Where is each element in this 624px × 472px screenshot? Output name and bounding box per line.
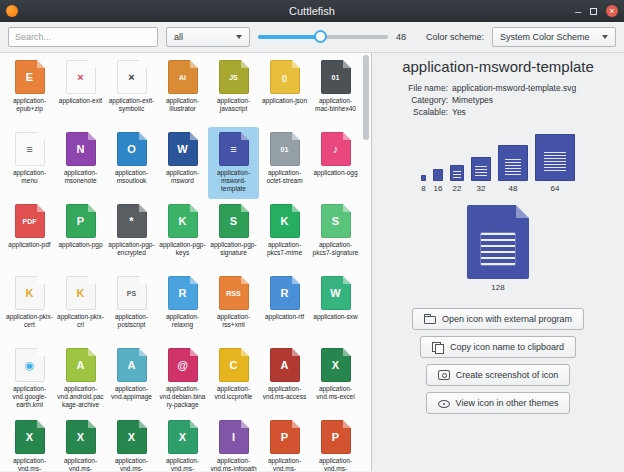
icon-label: application-pkcs7-signature [312, 241, 359, 257]
icon-cell[interactable]: JSapplication-javascript [208, 55, 259, 127]
file-type-icon: X [117, 420, 147, 454]
icon-cell[interactable]: Sapplication-pkcs7-signature [310, 199, 361, 271]
icon-cell[interactable]: Xapplication-vnd.ms-excel.addin.m [4, 415, 55, 471]
icon-cell[interactable]: ♪application-ogg [310, 127, 361, 199]
icon-cell[interactable]: Xapplication-vnd.ms-excel.sheet.m [106, 415, 157, 471]
file-type-glyph: K [179, 216, 187, 227]
icon-label: application-octet-stream [261, 169, 308, 185]
size-preview-item: 16 [433, 169, 443, 193]
icon-label: application-vnd.iccprofile [210, 385, 257, 401]
file-type-icon: @ [168, 348, 198, 382]
icon-cell[interactable]: Aiapplication-illustrator [157, 55, 208, 127]
color-scheme-dropdown[interactable]: System Color Scheme [492, 27, 616, 47]
file-type-glyph: X [26, 432, 33, 443]
copy-name-button[interactable]: Copy icon name to clipboard [420, 336, 576, 358]
icon-label: application-vnd.debian.binary-package [159, 385, 206, 409]
size-preview-item: 8 [421, 175, 426, 193]
icon-cell[interactable]: Papplication-vnd.ms-powerpoint.a [310, 415, 361, 471]
file-type-glyph: P [77, 216, 84, 227]
icon-cell[interactable]: Sapplication-pgp-signature [208, 199, 259, 271]
file-type-icon: A [66, 348, 96, 382]
icon-size-slider[interactable] [258, 27, 388, 47]
large-preview-size-label: 128 [491, 283, 504, 292]
icon-cell[interactable]: PDFapplication-pdf [4, 199, 55, 271]
icon-cell[interactable]: Xapplication-vnd.ms-excel [310, 343, 361, 415]
icon-label: application-pkix-cert [6, 313, 53, 329]
icon-cell[interactable]: Iapplication-vnd.ms-infopath [208, 415, 259, 471]
icon-cell[interactable]: ×application-exit-symbolic [106, 55, 157, 127]
icon-cell[interactable]: Kapplication-pkix-crl [55, 271, 106, 343]
file-type-icon: K [270, 204, 300, 238]
open-icon [424, 316, 436, 324]
icon-cell[interactable]: Wapplication-sxw [310, 271, 361, 343]
icon-cell[interactable]: Aapplication-vnd.android.package-archive [55, 343, 106, 415]
icon-cell[interactable]: *application-pgp-encrypted [106, 199, 157, 271]
size-preview-icon [471, 157, 491, 181]
icon-cell[interactable]: Wapplication-msword [157, 127, 208, 199]
file-type-icon: X [15, 420, 45, 454]
icon-cell[interactable]: ≡application-msword-template [208, 127, 259, 199]
file-type-glyph: A [281, 360, 289, 371]
category-dropdown[interactable]: all [166, 27, 250, 47]
button-label: View icon in other themes [456, 398, 559, 408]
icon-cell[interactable]: ≡application-menu [4, 127, 55, 199]
file-type-icon: C [219, 348, 249, 382]
icon-cell[interactable]: 01application-octet-stream [259, 127, 310, 199]
close-icon[interactable]: × [606, 5, 618, 17]
search-input[interactable] [8, 27, 158, 47]
file-type-icon: 01 [321, 60, 351, 94]
icon-cell[interactable]: Kapplication-pkix-cert [4, 271, 55, 343]
size-preview-item: 48 [498, 145, 528, 193]
large-preview: 128 [467, 205, 529, 292]
icon-cell[interactable]: @application-vnd.debian.binary-package [157, 343, 208, 415]
file-type-icon: R [168, 276, 198, 310]
icon-grid-panel: Eapplication-epub+zip×application-exit×a… [0, 53, 372, 471]
icon-cell[interactable]: Oapplication-msoutlook [106, 127, 157, 199]
open-external-button[interactable]: Open icon with external program [412, 308, 584, 330]
icon-label: application-vnd.ms-access [261, 385, 308, 401]
icon-cell[interactable]: Kapplication-pkcs7-mime [259, 199, 310, 271]
action-buttons: Open icon with external programCopy icon… [412, 308, 584, 414]
icon-cell[interactable]: RSSapplication-rss+xml [208, 271, 259, 343]
screenshot-button[interactable]: Create screenshot of icon [426, 364, 571, 386]
file-type-glyph: X [332, 360, 339, 371]
file-type-icon: PDF [15, 204, 45, 238]
icon-cell[interactable]: Aapplication-vnd.appimage [106, 343, 157, 415]
icon-label: application-vnd.ms-excel.templat [159, 457, 206, 471]
file-type-glyph: W [330, 288, 340, 299]
file-type-icon: × [66, 60, 96, 94]
file-type-icon: K [66, 276, 96, 310]
icon-cell[interactable]: ◉application-vnd.google-earth.kml [4, 343, 55, 415]
icon-cell[interactable]: PSapplication-postscript [106, 271, 157, 343]
category-dropdown-value: all [174, 32, 183, 42]
icon-label: application-json [261, 97, 308, 105]
slider-handle[interactable] [314, 30, 327, 43]
size-preview-icon [433, 169, 443, 181]
scrollbar-thumb[interactable] [363, 55, 369, 140]
icon-cell[interactable]: 01application-mac-binhex40 [310, 55, 361, 127]
file-type-glyph: PDF [23, 218, 37, 225]
icon-cell[interactable]: Kapplication-pgp-keys [157, 199, 208, 271]
window-title: Cuttlefish [0, 5, 624, 17]
icon-cell[interactable]: Rapplication-rtf [259, 271, 310, 343]
icon-label: application-postscript [108, 313, 155, 329]
icon-label: application-vnd.google-earth.kml [6, 385, 53, 409]
minimize-icon[interactable]: – [575, 6, 581, 16]
icon-cell[interactable]: Xapplication-vnd.ms-excel.templat [157, 415, 208, 471]
view-themes-button[interactable]: View icon in other themes [426, 392, 571, 414]
maximize-icon[interactable] [590, 8, 597, 15]
icon-cell[interactable]: Capplication-vnd.iccprofile [208, 343, 259, 415]
icon-cell[interactable]: Xapplication-vnd.ms-excel.sheet.bi [55, 415, 106, 471]
icon-cell[interactable]: Eapplication-epub+zip [4, 55, 55, 127]
file-type-glyph: × [128, 72, 134, 83]
icon-cell[interactable]: {}application-json [259, 55, 310, 127]
icon-cell[interactable]: Rapplication-relaxng [157, 271, 208, 343]
icon-cell[interactable]: Napplication-msonenote [55, 127, 106, 199]
icon-cell[interactable]: Papplication-vnd.ms-powerpoint [259, 415, 310, 471]
file-type-icon: A [117, 348, 147, 382]
grid-scrollbar[interactable] [363, 55, 369, 469]
icon-cell[interactable]: ×application-exit [55, 55, 106, 127]
color-scheme-value: System Color Scheme [500, 32, 590, 42]
icon-cell[interactable]: Aapplication-vnd.ms-access [259, 343, 310, 415]
icon-cell[interactable]: Papplication-pgp [55, 199, 106, 271]
